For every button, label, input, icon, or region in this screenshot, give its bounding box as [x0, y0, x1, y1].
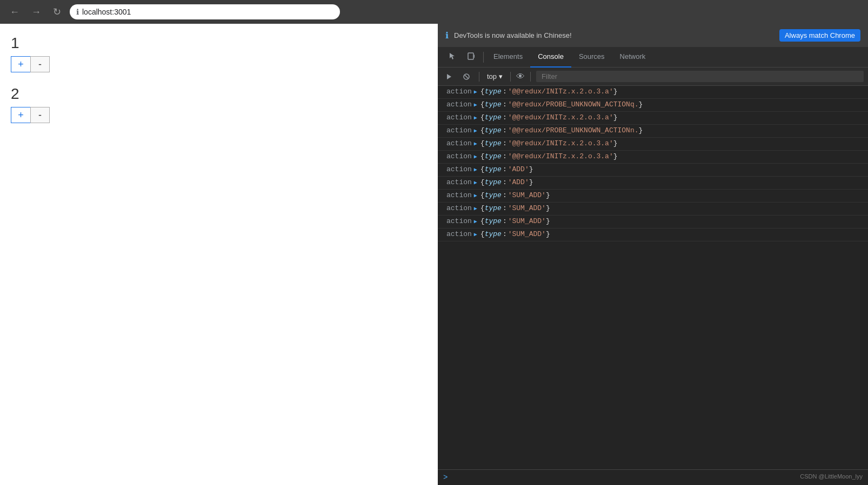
svg-marker-2: [447, 74, 451, 79]
log-expand-arrow[interactable]: ▶: [474, 102, 477, 108]
log-action-label: action: [446, 139, 472, 147]
console-log-area: action ▶ { type : '@@redux/INITz.x.2.o.3…: [438, 86, 868, 469]
always-match-chrome-button[interactable]: Always match Chrome: [779, 29, 860, 42]
tab-divider: [483, 52, 484, 63]
forward-button[interactable]: →: [28, 5, 44, 19]
counter1-value: 1: [11, 35, 427, 52]
console-prompt: >: [443, 473, 448, 482]
log-entry: action ▶ { type : 'SUM_ADD' }: [438, 228, 868, 241]
log-entry: action ▶ { type : '@@redux/PROBE_UNKNOWN…: [438, 99, 868, 112]
counter1-minus-button[interactable]: -: [30, 56, 50, 72]
toolbar-separator-2: [510, 72, 511, 82]
console-toolbar: top ▾ 👁: [438, 68, 868, 86]
log-expand-arrow[interactable]: ▶: [474, 192, 477, 199]
url-text: localhost:3001: [82, 8, 131, 16]
devtools-panel: ℹ DevTools is now available in Chinese! …: [438, 24, 868, 485]
svg-rect-1: [474, 55, 475, 58]
log-expand-arrow[interactable]: ▶: [474, 231, 477, 238]
devtools-notification-bar: ℹ DevTools is now available in Chinese! …: [438, 24, 868, 47]
filter-input[interactable]: [536, 71, 864, 82]
tab-sources[interactable]: Sources: [571, 47, 612, 68]
cursor-icon[interactable]: [442, 48, 462, 67]
page-content: 1 + - 2 + -: [0, 24, 438, 485]
info-icon: ℹ: [76, 8, 79, 16]
log-expand-arrow[interactable]: ▶: [474, 205, 477, 212]
tab-console[interactable]: Console: [530, 47, 571, 68]
counter1-buttons: + -: [11, 56, 427, 72]
log-expand-arrow[interactable]: ▶: [474, 179, 477, 186]
log-entry: action ▶ { type : 'ADD' }: [438, 177, 868, 190]
log-entry: action ▶ { type : 'SUM_ADD' }: [438, 203, 868, 215]
device-icon[interactable]: [462, 48, 481, 67]
toolbar-separator-3: [530, 72, 531, 82]
log-action-label: action: [446, 87, 472, 96]
counter2-plus-button[interactable]: +: [11, 107, 30, 123]
log-action-label: action: [446, 204, 472, 212]
notification-text: DevTools is now available in Chinese!: [454, 31, 774, 39]
counter1-plus-button[interactable]: +: [11, 56, 30, 72]
log-expand-arrow[interactable]: ▶: [474, 114, 477, 121]
tab-elements[interactable]: Elements: [486, 47, 530, 68]
execute-script-button[interactable]: [442, 71, 456, 82]
counter2-value: 2: [11, 85, 427, 103]
log-expand-arrow[interactable]: ▶: [474, 218, 477, 225]
top-label: top: [487, 72, 497, 80]
log-expand-arrow[interactable]: ▶: [474, 127, 477, 134]
main-area: 1 + - 2 + - ℹ DevTools is now available …: [0, 24, 868, 485]
log-action-label: action: [446, 152, 472, 160]
log-entry: action ▶ { type : 'ADD' }: [438, 164, 868, 177]
tab-network[interactable]: Network: [612, 47, 653, 68]
log-entry: action ▶ { type : '@@redux/INITz.x.2.o.3…: [438, 86, 868, 99]
log-expand-arrow[interactable]: ▶: [474, 166, 477, 173]
log-expand-arrow[interactable]: ▶: [474, 140, 477, 147]
log-action-label: action: [446, 165, 472, 173]
log-action-label: action: [446, 230, 472, 238]
address-bar[interactable]: ℹ localhost:3001: [70, 4, 340, 19]
log-expand-arrow[interactable]: ▶: [474, 153, 477, 160]
log-entry: action ▶ { type : 'SUM_ADD' }: [438, 190, 868, 203]
counter2-buttons: + -: [11, 107, 427, 123]
browser-chrome: ← → ↻ ℹ localhost:3001: [0, 0, 868, 24]
info-circle-icon: ℹ: [445, 30, 449, 41]
log-action-label: action: [446, 113, 472, 122]
log-entry: action ▶ { type : '@@redux/INITz.x.2.o.3…: [438, 112, 868, 125]
log-entry: action ▶ { type : '@@redux/INITz.x.2.o.3…: [438, 151, 868, 164]
log-expand-arrow[interactable]: ▶: [474, 89, 477, 95]
svg-rect-0: [468, 53, 473, 59]
watermark: CSDN @LittleMoon_lyy: [800, 473, 863, 480]
log-action-label: action: [446, 126, 472, 134]
context-selector[interactable]: top ▾: [485, 71, 505, 82]
log-entry: action ▶ { type : '@@redux/INITz.x.2.o.3…: [438, 138, 868, 151]
svg-line-4: [465, 75, 468, 78]
log-action-label: action: [446, 191, 472, 199]
log-entry: action ▶ { type : 'SUM_ADD' }: [438, 215, 868, 228]
back-button[interactable]: ←: [6, 5, 23, 19]
log-entry: action ▶ { type : '@@redux/PROBE_UNKNOWN…: [438, 125, 868, 138]
toolbar-separator: [479, 72, 479, 82]
devtools-tabs-bar: Elements Console Sources Network: [438, 47, 868, 68]
eye-icon[interactable]: 👁: [516, 72, 525, 82]
clear-console-button[interactable]: [459, 71, 473, 82]
log-action-label: action: [446, 178, 472, 186]
reload-button[interactable]: ↻: [50, 5, 64, 19]
log-action-label: action: [446, 100, 472, 109]
dropdown-arrow-icon: ▾: [499, 72, 503, 80]
log-action-label: action: [446, 217, 472, 225]
counter2-minus-button[interactable]: -: [30, 107, 50, 123]
